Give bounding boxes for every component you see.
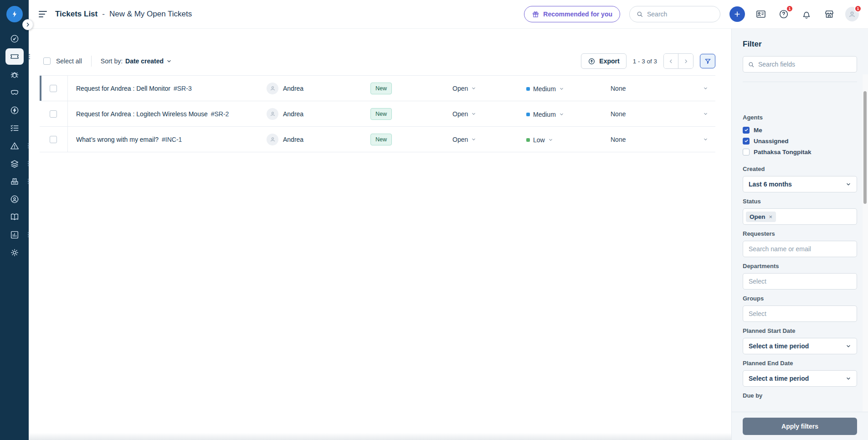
marketplace-button[interactable] [822, 7, 836, 21]
requesters-label: Requesters [743, 230, 857, 237]
whats-new-button[interactable] [754, 7, 768, 21]
list-toolbar: Select all Sort by: Date created Export … [43, 53, 715, 69]
next-page-button[interactable] [678, 54, 693, 68]
checkbox[interactable] [743, 149, 750, 155]
global-search[interactable] [629, 6, 720, 22]
ticket-subject-link[interactable]: Request for Andrea : Logitech Wireless M… [76, 110, 208, 118]
planned-end-date-label: Planned End Date [743, 360, 857, 367]
sort-by-dropdown[interactable]: Sort by: Date created [101, 57, 172, 65]
recommended-for-you-button[interactable]: Recommended for you [524, 6, 620, 22]
search-icon [748, 61, 755, 68]
chevron-down-icon [703, 111, 708, 116]
sidebar-item-changes[interactable] [5, 83, 24, 101]
checkbox[interactable] [743, 138, 750, 145]
lightning-bolt-icon [10, 10, 19, 18]
groups-input[interactable] [743, 305, 857, 322]
assets-more-menu[interactable] [28, 161, 29, 166]
priority-dropdown[interactable]: Medium [526, 85, 564, 93]
priority-color-dot [526, 87, 530, 91]
select-all-checkbox[interactable] [43, 57, 51, 65]
alerts-more-menu[interactable] [28, 143, 29, 149]
checklist-icon [10, 123, 20, 133]
table-row[interactable]: Request for Andrea : Logitech Wireless M… [40, 101, 715, 127]
freshservice-logo[interactable] [6, 6, 23, 22]
profile-button[interactable]: 1 [845, 7, 859, 21]
app-sidebar [0, 0, 29, 440]
chevron-down-icon [703, 86, 708, 91]
funnel-icon [704, 57, 712, 65]
sidebar-item-todos[interactable] [5, 119, 24, 137]
planned-start-date-label: Planned Start Date [743, 327, 857, 334]
row-checkbox[interactable] [50, 85, 57, 92]
sidebar-item-users[interactable] [5, 190, 24, 208]
sidebar-item-dashboard[interactable] [5, 30, 24, 47]
menu-toggle-icon[interactable] [39, 11, 47, 17]
id-card-icon [755, 9, 766, 20]
sidebar-item-alerts[interactable] [5, 137, 24, 155]
prev-page-button[interactable] [664, 54, 678, 68]
filter-toggle-button[interactable] [700, 54, 715, 68]
agent-filter-me[interactable]: Me [743, 124, 857, 135]
ticket-subject-link[interactable]: Request for Andrea : Dell Monitor [76, 85, 170, 92]
sidebar-item-settings[interactable] [5, 243, 24, 261]
tickets-more-menu[interactable] [29, 54, 30, 59]
top-header: Tickets List - New & My Open Tickets Rec… [29, 0, 868, 29]
agent-dropdown[interactable]: None [606, 136, 715, 143]
ticket-id: #SR-3 [174, 85, 192, 92]
table-row[interactable]: Request for Andrea : Dell Monitor #SR-3 … [40, 76, 715, 101]
pagination-label: 1 - 3 of 3 [633, 58, 657, 65]
sidebar-item-assets[interactable] [5, 155, 24, 172]
search-input[interactable] [647, 10, 706, 18]
priority-dropdown[interactable]: Medium [526, 111, 564, 118]
person-orbit-icon [10, 194, 20, 204]
status-dropdown[interactable]: Open [452, 85, 476, 92]
planned-end-date-select[interactable]: Select a time period [743, 370, 857, 387]
requester-avatar [267, 83, 278, 94]
sidebar-item-purchase-orders[interactable] [5, 172, 24, 190]
chevron-down-icon [471, 137, 476, 142]
scrollbar-thumb[interactable] [863, 91, 867, 204]
sidebar-item-releases[interactable] [5, 101, 24, 119]
filter-field-search[interactable] [743, 56, 857, 72]
requesters-input[interactable] [743, 241, 857, 257]
apply-filters-button[interactable]: Apply filters [743, 418, 857, 435]
row-checkbox[interactable] [50, 136, 57, 143]
status-badge: New [370, 83, 392, 94]
agent-filter-pathaksa[interactable]: Pathaksa Tongpitak [743, 146, 857, 157]
sidebar-item-problems[interactable] [5, 66, 24, 83]
departments-input[interactable] [743, 273, 857, 290]
help-button[interactable]: 1 [777, 7, 791, 21]
notifications-button[interactable] [800, 7, 813, 21]
requester-name: Andrea [283, 85, 303, 92]
agent-dropdown[interactable]: None [606, 110, 715, 118]
purchase-orders-more-menu[interactable] [28, 179, 29, 184]
bell-icon [801, 9, 812, 20]
planned-start-date-select[interactable]: Select a time period [743, 338, 857, 354]
page-title: Tickets List [55, 10, 98, 19]
sidebar-collapse-button[interactable] [22, 19, 33, 30]
priority-dropdown[interactable]: Low [526, 136, 553, 144]
row-checkbox[interactable] [50, 110, 57, 118]
sidebar-item-analytics[interactable] [5, 226, 24, 243]
pager [663, 53, 693, 69]
export-button[interactable]: Export [581, 53, 626, 69]
table-row[interactable]: What’s wrong with my email? #INC-1 Andre… [40, 127, 715, 152]
status-multiselect[interactable]: Open × [743, 208, 857, 225]
ticket-list: Request for Andrea : Dell Monitor #SR-3 … [40, 75, 715, 152]
sidebar-item-solutions[interactable] [5, 208, 24, 226]
remove-chip-icon[interactable]: × [769, 213, 773, 220]
checkbox[interactable] [743, 127, 750, 134]
status-dropdown[interactable]: Open [452, 110, 476, 118]
ticket-subject-link[interactable]: What’s wrong with my email? [76, 136, 159, 143]
filter-search-input[interactable] [758, 61, 852, 68]
sidebar-item-tickets[interactable] [5, 48, 24, 65]
chevron-down-icon [559, 86, 564, 91]
create-new-button[interactable] [729, 6, 745, 22]
analytics-more-menu[interactable] [28, 232, 29, 238]
created-select[interactable]: Last 6 months [743, 176, 857, 192]
filter-panel-footer: Apply filters [732, 412, 868, 440]
agent-filter-unassigned[interactable]: Unassigned [743, 135, 857, 146]
agent-dropdown[interactable]: None [606, 85, 715, 92]
document-tray-icon [10, 176, 20, 186]
status-dropdown[interactable]: Open [452, 136, 476, 143]
